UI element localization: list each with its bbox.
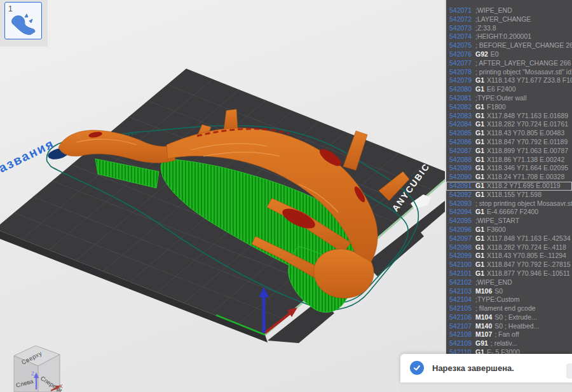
gcode-line[interactable]: 542072;LAYER_CHANGE — [446, 15, 572, 24]
gcode-line[interactable]: 542081;TYPE:Outer wall — [446, 94, 572, 103]
plate-hole — [405, 217, 411, 220]
gcode-line[interactable]: 542109G91; relativ... — [446, 339, 572, 348]
gcode-line[interactable]: 542093; stop printing object Mosasavr.st — [446, 199, 572, 208]
cube-z-label: Z — [31, 370, 34, 377]
plate-thumbnail[interactable]: 1 — [4, 2, 42, 39]
scene-svg: ANYCUBIC — [0, 0, 445, 392]
gcode-line[interactable]: 542098G1X118.282 Y70.724 E-.4118 — [446, 243, 572, 252]
gcode-line[interactable]: 542108M107; Fan off — [446, 330, 572, 339]
gcode-line[interactable]: 542101G1X118.877 Y70.946 E-.10511 — [446, 269, 572, 278]
gcode-line[interactable]: 542071;WIPE_END — [446, 6, 572, 15]
gcode-line[interactable]: 542086G1X118.847 Y70.792 E.01189 — [446, 138, 572, 147]
gcode-line[interactable]: 542106M104S0 ; Extrude... — [446, 313, 572, 322]
notification-message: Нарезка завершена. — [432, 354, 514, 382]
gcode-line[interactable]: 542087G1X118.899 Y71.063 E.00787 — [446, 147, 572, 156]
notification-toast: Нарезка завершена. — [400, 354, 572, 382]
gcode-line[interactable]: 542091G1X118.2 Y71.695 E.00119 — [446, 182, 572, 191]
gcode-line[interactable]: 542084G1X118.282 Y70.724 E.01761 — [446, 120, 572, 129]
gcode-line[interactable]: 542079G1X118.143 Y71.677 Z33.8 F108 — [446, 76, 572, 85]
gcode-line[interactable]: 542100G1X118.847 Y70.792 E-.27815 — [446, 260, 572, 269]
plate-thumbnail-panel: 1 — [0, 0, 48, 46]
gcode-line[interactable]: 542095;WIPE_START — [446, 217, 572, 226]
gcode-line[interactable]: 542088G1X118.86 Y71.138 E.00242 — [446, 156, 572, 165]
gcode-line[interactable]: 542089G1X118.346 Y71.664 E.02095 — [446, 164, 572, 173]
gcode-line[interactable]: 542099G1X118.43 Y70.805 E-.11294 — [446, 252, 572, 260]
bottom-strip — [400, 382, 572, 392]
gcode-line[interactable]: 542090G1X118.24 Y71.708 E.00328 — [446, 173, 572, 182]
gcode-line[interactable]: 542078; printing object "Mosasavr.stl" i… — [446, 68, 572, 77]
gcode-line[interactable]: 542080G1E6 F2400 — [446, 85, 572, 94]
viewport-3d[interactable]: ANYCUBIC — [0, 0, 445, 392]
gcode-line[interactable]: 542076G92E0 — [446, 50, 572, 59]
gcode-line[interactable]: 542073;Z:33.8 — [446, 24, 572, 33]
gcode-line[interactable]: 542107M140S0 ; Heatbed... — [446, 322, 572, 331]
gcode-line[interactable]: 542102;WIPE_END — [446, 278, 572, 287]
gcode-panel[interactable]: 542071;WIPE_END542072;LAYER_CHANGE542073… — [445, 0, 572, 392]
gcode-line[interactable]: 542077; AFTER_LAYER_CHANGE 266 @ 3 — [446, 59, 572, 68]
gcode-line[interactable]: 542085G1X118.43 Y70.805 E.00483 — [446, 129, 572, 138]
gcode-line[interactable]: 542105; filament end gcode — [446, 304, 572, 313]
gcode-line[interactable]: 542104;TYPE:Custom — [446, 295, 572, 304]
mosasaur-icon — [10, 12, 37, 36]
gcode-lines: 542071;WIPE_END542072;LAYER_CHANGE542073… — [446, 0, 572, 357]
gcode-line[interactable]: 542075; BEFORE_LAYER_CHANGE 266 @ — [446, 41, 572, 50]
notification-side-button[interactable] — [566, 363, 572, 379]
gcode-line[interactable]: 542094G1E-4.66667 F2400 — [446, 208, 572, 217]
check-icon — [410, 361, 424, 375]
gcode-line[interactable]: 542082G1F1800 — [446, 103, 572, 112]
gcode-line[interactable]: 542074;HEIGHT:0.200001 — [446, 32, 572, 41]
gcode-line[interactable]: 542096G1F3600 — [446, 226, 572, 234]
gcode-line[interactable]: 542083G1X117.848 Y71.163 E.01689 — [446, 112, 572, 121]
gcode-line[interactable]: 542103M106S0 — [446, 287, 572, 296]
gcode-line[interactable]: 542092G1X118.155 Y71.598 — [446, 191, 572, 199]
gcode-line[interactable]: 542097G1X117.848 Y71.163 E-.42534 — [446, 234, 572, 243]
